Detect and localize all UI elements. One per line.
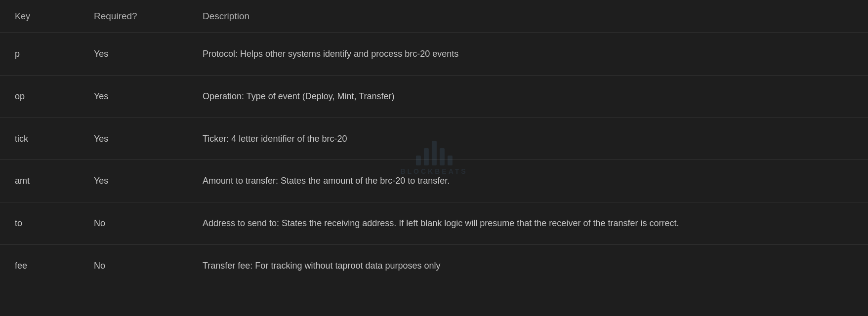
cell-key-1: op [0,75,79,118]
cell-required-5: No [79,244,188,286]
cell-key-4: to [0,202,79,245]
cell-required-1: Yes [79,75,188,118]
cell-key-3: amt [0,160,79,202]
cell-description-0: Protocol: Helps other systems identify a… [188,33,868,76]
cell-description-2: Ticker: 4 letter identifier of the brc-2… [188,118,868,160]
header-required: Required? [79,0,188,33]
header-key: Key [0,0,79,33]
cell-required-0: Yes [79,33,188,76]
data-table: Key Required? Description pYesProtocol: … [0,0,868,287]
header-description: Description [188,0,868,33]
table-row: opYesOperation: Type of event (Deploy, M… [0,75,868,118]
cell-required-4: No [79,202,188,245]
table-row: pYesProtocol: Helps other systems identi… [0,33,868,76]
cell-key-0: p [0,33,79,76]
table-header-row: Key Required? Description [0,0,868,33]
table-row: amtYesAmount to transfer: States the amo… [0,160,868,202]
cell-key-2: tick [0,118,79,160]
table-row: toNoAddress to send to: States the recei… [0,202,868,245]
cell-key-5: fee [0,244,79,286]
cell-description-5: Transfer fee: For tracking without tapro… [188,244,868,286]
cell-required-2: Yes [79,118,188,160]
table-row: tickYesTicker: 4 letter identifier of th… [0,118,868,160]
cell-description-1: Operation: Type of event (Deploy, Mint, … [188,75,868,118]
cell-description-3: Amount to transfer: States the amount of… [188,160,868,202]
table-container: Key Required? Description pYesProtocol: … [0,0,868,287]
table-row: feeNoTransfer fee: For tracking without … [0,244,868,286]
cell-required-3: Yes [79,160,188,202]
cell-description-4: Address to send to: States the receiving… [188,202,868,245]
